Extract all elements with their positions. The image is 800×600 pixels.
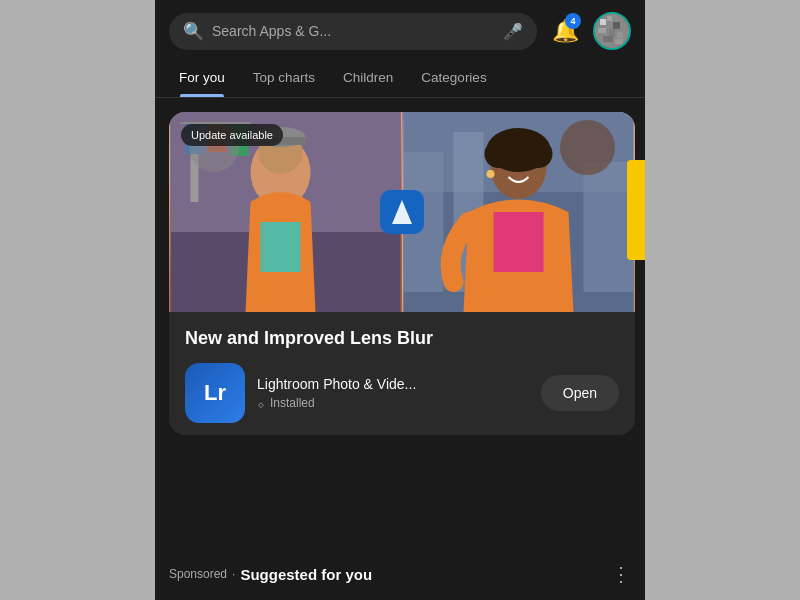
installed-icon: ⬦ — [257, 396, 265, 411]
tab-categories[interactable]: Categories — [407, 58, 500, 97]
search-placeholder: Search Apps & G... — [212, 23, 495, 39]
navigation-tabs: For you Top charts Children Categories — [155, 58, 645, 98]
search-icon: 🔍 — [183, 21, 204, 42]
card-title: New and Improved Lens Blur — [185, 328, 619, 349]
sponsored-bar: Sponsored · Suggested for you ⋮ — [155, 548, 645, 600]
search-bar[interactable]: 🔍 Search Apps & G... 🎤 — [169, 13, 537, 50]
content-area: Update available — [155, 98, 645, 548]
app-row: Lr Lightroom Photo & Vide... ⬦ Installed… — [185, 363, 619, 423]
svg-rect-26 — [494, 212, 544, 272]
installed-row: ⬦ Installed — [257, 396, 529, 411]
svg-rect-8 — [615, 39, 623, 44]
search-row: 🔍 Search Apps & G... 🎤 🔔 4 — [155, 0, 645, 58]
suggested-label: Suggested for you — [240, 566, 611, 583]
avatar-image — [595, 14, 629, 48]
svg-rect-25 — [584, 162, 634, 292]
lr-logo-text: Lr — [204, 380, 226, 406]
app-info: Lightroom Photo & Vide... ⬦ Installed — [257, 376, 529, 411]
card-body: New and Improved Lens Blur Lr Lightroom … — [169, 312, 635, 435]
card-image-right — [402, 112, 635, 312]
svg-rect-17 — [261, 222, 301, 272]
svg-point-29 — [485, 140, 513, 168]
svg-rect-7 — [603, 36, 613, 42]
yellow-accent-strip — [627, 160, 645, 260]
more-options-icon[interactable]: ⋮ — [611, 562, 631, 586]
feature-card: Update available — [169, 112, 635, 435]
open-button[interactable]: Open — [541, 375, 619, 411]
app-icon-small — [380, 190, 424, 234]
avatar-button[interactable] — [593, 12, 631, 50]
app-icon-large: Lr — [185, 363, 245, 423]
right-background — [645, 0, 800, 600]
microphone-icon[interactable]: 🎤 — [503, 22, 523, 41]
svg-point-30 — [525, 140, 553, 168]
separator: · — [232, 567, 235, 581]
tab-for-you[interactable]: For you — [165, 58, 239, 97]
svg-rect-5 — [609, 29, 615, 37]
svg-rect-2 — [607, 16, 612, 21]
tab-children[interactable]: Children — [329, 58, 407, 97]
svg-rect-1 — [600, 19, 606, 25]
notification-button[interactable]: 🔔 4 — [547, 13, 583, 49]
installed-label: Installed — [270, 396, 315, 410]
left-background — [0, 0, 155, 600]
phone-screen: 🔍 Search Apps & G... 🎤 🔔 4 — [155, 0, 645, 600]
svg-rect-6 — [617, 32, 623, 38]
svg-rect-4 — [598, 28, 606, 33]
svg-rect-3 — [613, 22, 620, 29]
svg-point-31 — [487, 170, 495, 178]
sponsored-label: Sponsored — [169, 567, 227, 581]
app-name: Lightroom Photo & Vide... — [257, 376, 529, 392]
tab-top-charts[interactable]: Top charts — [239, 58, 329, 97]
update-badge: Update available — [181, 124, 283, 146]
notification-badge: 4 — [565, 13, 581, 29]
card-image: Update available — [169, 112, 635, 312]
